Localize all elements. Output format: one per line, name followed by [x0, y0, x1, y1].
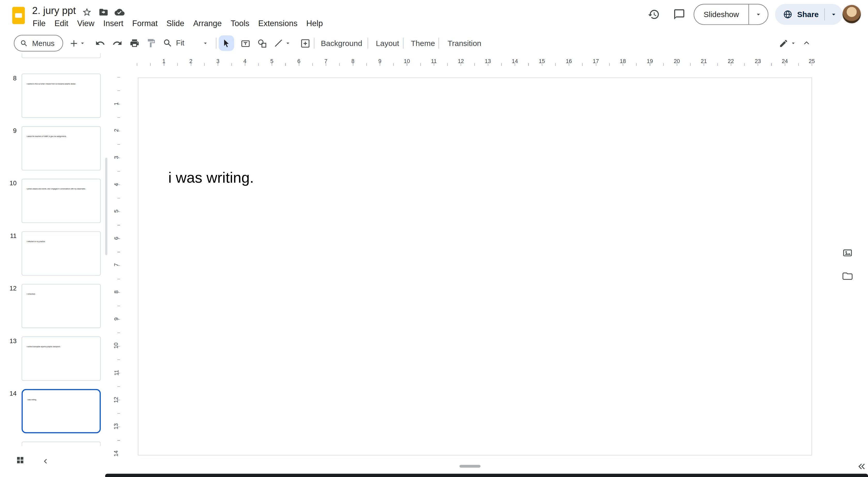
menubar: File Edit View Insert Format Slide Arran… — [28, 17, 327, 29]
menubar-item[interactable]: Slide — [162, 18, 189, 29]
collapse-side-panel-button[interactable] — [857, 462, 867, 472]
version-history-icon[interactable] — [647, 7, 661, 22]
menus-search-button[interactable]: Menus — [14, 35, 63, 52]
menubar-item[interactable]: View — [73, 18, 99, 29]
ruler-number: 5 — [112, 198, 121, 225]
pen-tool-dropdown[interactable] — [789, 36, 797, 51]
divider — [368, 38, 368, 49]
share-dropdown[interactable] — [825, 10, 843, 18]
share-button[interactable]: Share — [775, 4, 842, 25]
paint-format-button[interactable] — [144, 36, 158, 51]
select-tool-button[interactable] — [219, 35, 234, 51]
slide-thumbnail-row[interactable]: 12 i networked. — [0, 284, 108, 328]
ruler-number: 25 — [798, 57, 825, 66]
menubar-item[interactable]: Extensions — [254, 18, 302, 29]
undo-button[interactable] — [93, 36, 107, 51]
redo-button[interactable] — [110, 36, 125, 51]
ruler-number: 20 — [663, 57, 690, 66]
ruler-number: 10 — [112, 332, 121, 359]
layout-button[interactable]: Layout — [372, 35, 403, 51]
divider — [216, 38, 216, 49]
double-chevron-left-icon — [857, 462, 867, 472]
print-button[interactable] — [127, 36, 142, 51]
slide-thumbnail[interactable]: i reflected on my practice. — [22, 231, 101, 276]
menubar-item[interactable]: Format — [128, 18, 162, 29]
folder-panel-button[interactable] — [839, 268, 856, 285]
move-folder-icon[interactable] — [97, 6, 110, 18]
comment-icon[interactable] — [672, 7, 686, 22]
menubar-item[interactable]: Edit — [50, 18, 73, 29]
slideshow-dropdown[interactable] — [748, 4, 768, 24]
slide-text[interactable]: i was writing. — [168, 169, 254, 186]
line-tool-dropdown[interactable] — [284, 36, 292, 51]
ruler-number: 1 — [150, 57, 177, 66]
slide-thumbnail-partial[interactable] — [22, 442, 101, 446]
hide-menus-button[interactable] — [799, 36, 814, 51]
zoom-select-dropdown[interactable] — [202, 36, 209, 51]
slide-thumbnail-row[interactable]: 13 i worked alongside aspiring graphic d… — [0, 337, 108, 381]
horizontal-ruler: 1 2 3 4 5 6 7 8 9 10 11 12 13 14 15 16 1… — [150, 57, 825, 66]
new-slide-dropdown[interactable] — [79, 36, 86, 51]
ruler-number: 10 — [394, 57, 420, 66]
slide-canvas[interactable]: i was writing. — [138, 77, 812, 455]
transition-button[interactable]: Transition — [444, 35, 485, 51]
slide-thumbnail-row[interactable]: 11 i reflected on my practice. — [0, 231, 108, 276]
slide-thumbnail[interactable]: i was writing. — [22, 389, 101, 433]
grid-view-button[interactable] — [13, 453, 27, 467]
document-title[interactable]: 2. jury ppt — [32, 5, 76, 17]
slide-thumbnail[interactable]: i joined classes and events, and i engag… — [22, 179, 101, 223]
menubar-item[interactable]: File — [28, 18, 50, 29]
textbox-tool-button[interactable] — [238, 36, 252, 51]
slide-thumbnail[interactable]: i wanted to find out what i missed from … — [22, 74, 101, 118]
image-panel-button[interactable] — [839, 245, 856, 261]
insert-placeholder-button[interactable] — [298, 36, 312, 51]
horizontal-scrollbar[interactable] — [460, 465, 480, 468]
background-button[interactable]: Background — [319, 35, 365, 51]
slides-logo-icon[interactable] — [11, 5, 26, 25]
grid-view-icon — [15, 455, 25, 464]
zoom-select-value[interactable]: Fit — [176, 39, 184, 47]
slide-thumbnail-text: i wanted to find out what i missed from … — [27, 83, 96, 85]
slide-thumbnail-row[interactable]: 9 i asked the teachers of KABK to give m… — [0, 126, 108, 170]
plus-icon — [69, 38, 78, 48]
slideshow-button[interactable]: Slideshow — [693, 4, 768, 25]
line-tool-button[interactable] — [271, 36, 286, 51]
slide-number: 10 — [0, 179, 17, 223]
share-label[interactable]: Share — [797, 10, 818, 19]
divider — [314, 38, 314, 49]
ruler-number: 14 — [501, 57, 528, 66]
slide-number: 11 — [0, 231, 17, 276]
menubar-item[interactable]: Tools — [226, 18, 254, 29]
star-icon[interactable] — [81, 6, 93, 18]
slide-thumbnail-row[interactable]: 10 i joined classes and events, and i en… — [0, 179, 108, 223]
zoom-button[interactable] — [160, 36, 175, 51]
pen-tool-button[interactable] — [776, 36, 791, 51]
collapse-filmstrip-button[interactable] — [38, 454, 53, 468]
slideshow-label[interactable]: Slideshow — [694, 4, 749, 24]
slide-number: 14 — [0, 389, 17, 433]
ruler-number: 4 — [231, 57, 258, 66]
divider — [403, 38, 403, 49]
slide-thumbnail-partial[interactable] — [22, 53, 101, 58]
cloud-saved-icon[interactable] — [114, 6, 126, 18]
slide-thumbnail[interactable]: i networked. — [22, 284, 101, 328]
folder-icon — [842, 271, 853, 282]
ruler-number: 4 — [112, 171, 121, 198]
menubar-item[interactable]: Insert — [99, 18, 128, 29]
slide-thumbnail-row[interactable]: 14 i was writing. — [0, 389, 108, 433]
menubar-item[interactable]: Arrange — [189, 18, 226, 29]
slide-thumbnail[interactable]: i worked alongside aspiring graphic desi… — [22, 337, 101, 381]
menubar-item[interactable]: Help — [302, 18, 327, 29]
theme-button[interactable]: Theme — [407, 35, 438, 51]
chevron-down-icon — [285, 40, 291, 46]
ruler-number: 13 — [112, 413, 121, 440]
slide-thumbnail-row[interactable]: 8 i wanted to find out what i missed fro… — [0, 74, 108, 118]
slide-thumbnail-text: i asked the teachers of KABK to give me … — [27, 136, 96, 137]
filmstrip-scrollbar[interactable] — [105, 158, 107, 255]
slide-thumbnail[interactable]: i asked the teachers of KABK to give me … — [22, 126, 101, 170]
slide-number: 12 — [0, 284, 17, 328]
shapes-tool-button[interactable] — [255, 36, 269, 51]
filmstrip-panel: 8 i wanted to find out what i missed fro… — [0, 53, 108, 477]
slide-thumbnail-text: i was writing. — [27, 399, 95, 401]
account-avatar[interactable] — [843, 5, 861, 23]
